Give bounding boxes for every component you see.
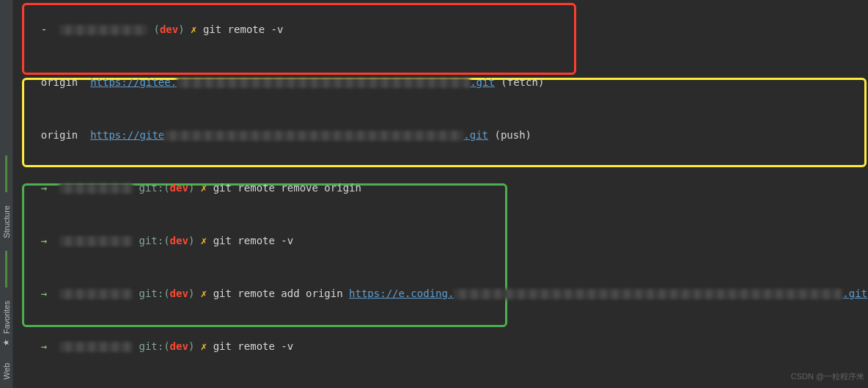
terminal-line: → git:(dev) ✗ git remote -v [13,214,868,267]
csdn-watermark: CSDN @一粒程序米 [791,367,864,385]
terminal-line: → git:(dev) ✗ git remote add origin http… [13,267,868,320]
sidebar-structure[interactable]: Structure [1,201,12,243]
terminal-line: origin https://gite.git (push) [13,109,868,161]
terminal-line: → git:(dev) ✗ git remote remove origin [13,161,868,214]
sidebar-web[interactable]: Web [1,359,12,384]
terminal-panel[interactable]: - (dev) ✗ git remote -v origin https://g… [13,0,868,388]
terminal-line: origin https://gitee..git (fetch) [13,56,868,109]
ide-sidebar: Structure ★ Favorites Web [0,0,13,388]
terminal-line: origin https://e.coding..git (fetch) [13,373,868,388]
terminal-line: - (dev) ✗ git remote -v [13,3,868,56]
terminal-line: → git:(dev) ✗ git remote -v [13,320,868,373]
sidebar-favorites[interactable]: ★ Favorites [0,296,12,351]
